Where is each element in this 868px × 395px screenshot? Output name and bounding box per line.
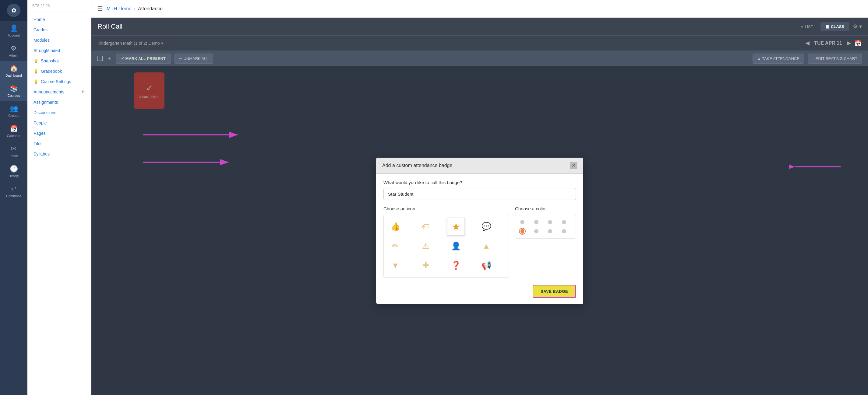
sidebar-label-commons: Commons — [6, 194, 21, 198]
date-prev-button[interactable]: ◀ — [806, 40, 809, 46]
nav-item-syllabus[interactable]: Syllabus — [27, 149, 91, 159]
nav-label-strongminded: StrongMinded — [33, 48, 60, 53]
second-panel-nav: Home Grades Modules StrongMinded 💡 Snaps… — [27, 12, 91, 162]
pencil-icon: ✏ — [392, 241, 399, 251]
hamburger-menu-icon[interactable]: ☰ — [97, 5, 103, 12]
nav-item-assignments[interactable]: Assignments — [27, 97, 91, 107]
nav-item-home[interactable]: Home — [27, 14, 91, 25]
nav-label-announcements: Announcements — [33, 90, 64, 94]
star-icon: ★ — [452, 221, 461, 232]
roll-call-controls: ≡ LIST ▦ CLASS ⚙ ▾ — [797, 22, 862, 31]
nav-item-snapshot[interactable]: 💡 Snapshot — [27, 56, 91, 66]
date-next-button[interactable]: ▶ — [847, 40, 850, 46]
nav-label-people: People — [33, 121, 47, 125]
class-view-button[interactable]: ▦ CLASS — [820, 22, 849, 31]
nav-label-grades: Grades — [33, 27, 48, 32]
nav-item-grades[interactable]: Grades — [27, 25, 91, 35]
color-dot-2[interactable] — [533, 219, 540, 226]
dashboard-icon: 🏠 — [10, 65, 18, 72]
color-grid — [515, 215, 576, 238]
nav-label-gradebook: Gradebook — [41, 69, 62, 74]
icon-warning[interactable]: ⚠ — [416, 237, 435, 255]
history-icon: 🕐 — [10, 165, 18, 173]
list-label: LIST — [805, 24, 813, 29]
nav-item-announcements[interactable]: Announcements 👁 — [27, 87, 91, 97]
sidebar-item-calendar[interactable]: 📅 Calendar — [0, 121, 27, 141]
nav-item-strongminded[interactable]: StrongMinded — [27, 45, 91, 56]
badge-name-input[interactable] — [383, 188, 576, 200]
edit-seating-chart-button[interactable]: :: EDIT SEATING CHART — [808, 54, 862, 64]
nav-item-people[interactable]: People — [27, 118, 91, 128]
icon-plus[interactable]: ✚ — [416, 257, 435, 275]
nav-item-gradebook[interactable]: 💡 Gradebook — [27, 66, 91, 76]
arrow-to-badge-name — [140, 127, 244, 142]
roll-call-header: Roll Call ≡ LIST ▦ CLASS ⚙ ▾ — [91, 18, 868, 35]
nav-item-pages[interactable]: Pages — [27, 128, 91, 138]
save-badge-button[interactable]: SAVE BADGE — [533, 285, 576, 298]
select-all-checkbox[interactable] — [97, 56, 103, 61]
icon-tag[interactable]: 🏷 — [416, 218, 435, 236]
nav-item-modules[interactable]: Modules — [27, 35, 91, 45]
color-dot-4[interactable] — [561, 219, 567, 226]
color-dot-5[interactable] — [519, 228, 526, 235]
color-dot-3[interactable] — [547, 219, 553, 226]
icon-section-label: Choose an icon — [383, 206, 509, 211]
course-settings-lightbulb-icon: 💡 — [33, 79, 38, 84]
megaphone-icon: 📢 — [482, 261, 491, 270]
icon-megaphone[interactable]: 📢 — [477, 257, 496, 275]
icon-thumbs-up[interactable]: 👍 — [386, 218, 404, 236]
sidebar-item-courses[interactable]: 📚 Courses — [0, 81, 27, 101]
roll-call-settings-button[interactable]: ⚙ ▾ — [853, 23, 862, 30]
account-avatar-icon: 👤 — [10, 24, 18, 32]
sidebar: ✿ 👤 Account ⚙ Admin 🏠 Dashboard 📚 Course… — [0, 0, 27, 395]
unmark-all-button[interactable]: ↩ UNMARK ALL — [175, 54, 213, 64]
arrow-to-color-section — [789, 159, 844, 174]
sidebar-item-commons[interactable]: ↩ Commons — [0, 182, 27, 201]
modal-sections: Choose an icon 👍 🏷 ★ 💬 ✏ ⚠ 👤 ▲ ▼ — [383, 206, 576, 277]
list-view-button[interactable]: ≡ LIST — [797, 23, 817, 31]
app-logo-icon[interactable]: ✿ — [7, 4, 21, 17]
sidebar-item-history[interactable]: 🕐 History — [0, 161, 27, 182]
sidebar-item-groups[interactable]: 👥 Groups — [0, 101, 27, 121]
add-student-button[interactable]: ＋ — [106, 55, 112, 62]
nav-item-course-settings[interactable]: 💡 Course Settings — [27, 76, 91, 87]
modal-close-button[interactable]: ✕ — [570, 162, 577, 169]
calendar-picker-icon[interactable]: 📅 — [854, 39, 862, 47]
icon-triangle-down[interactable]: ▼ — [386, 257, 404, 275]
class-selector-chevron: ▾ — [161, 41, 163, 46]
sidebar-item-admin[interactable]: ⚙ Admin — [0, 41, 27, 61]
icon-star[interactable]: ★ — [447, 218, 465, 236]
date-bar: Kindergarten Math (1 of 2) Demo ▾ ◀ TUE … — [91, 35, 868, 51]
icon-chat[interactable]: 💬 — [477, 218, 496, 236]
plus-icon: ✚ — [423, 261, 429, 270]
color-dot-6[interactable] — [533, 228, 540, 235]
arrow-to-icon-section — [140, 155, 235, 170]
icon-pencil[interactable]: ✏ — [386, 237, 404, 255]
sidebar-label-courses: Courses — [8, 94, 20, 97]
sidebar-item-account[interactable]: 👤 Account — [0, 21, 27, 41]
nav-label-files: Files — [33, 141, 43, 146]
nav-item-files[interactable]: Files — [27, 138, 91, 149]
nav-label-snapshot: Snapshot — [41, 59, 59, 63]
sidebar-item-dashboard[interactable]: 🏠 Dashboard — [0, 61, 27, 81]
nav-label-modules: Modules — [33, 38, 50, 43]
sidebar-logo: ✿ — [0, 0, 27, 21]
commons-icon: ↩ — [11, 185, 17, 193]
color-dot-8[interactable] — [561, 228, 567, 235]
admin-icon: ⚙ — [11, 44, 17, 52]
nav-item-discussions[interactable]: Discussions — [27, 107, 91, 118]
icon-triangle-up[interactable]: ▲ — [477, 237, 496, 255]
class-label: CLASS — [831, 24, 844, 29]
sidebar-item-inbox[interactable]: ✉ Inbox — [0, 141, 27, 161]
sidebar-label-groups: Groups — [8, 114, 19, 118]
main-content: ☰ MTH Demo › Attendance Roll Call ≡ LIST… — [91, 0, 868, 395]
color-dot-7[interactable] — [547, 228, 553, 235]
take-attendance-button[interactable]: ▲ TAKE ATTENDANCE — [752, 54, 804, 64]
modal-title: Add a custom attendance badge — [382, 163, 452, 168]
icon-question[interactable]: ❓ — [447, 257, 465, 275]
breadcrumb-link[interactable]: MTH Demo — [106, 6, 131, 11]
icon-person[interactable]: 👤 — [447, 237, 465, 255]
color-dot-1[interactable] — [519, 219, 526, 226]
mark-all-present-button[interactable]: ✓ MARK ALL PRESENT — [116, 54, 171, 64]
class-selector[interactable]: Kindergarten Math (1 of 2) Demo ▾ — [97, 41, 806, 46]
